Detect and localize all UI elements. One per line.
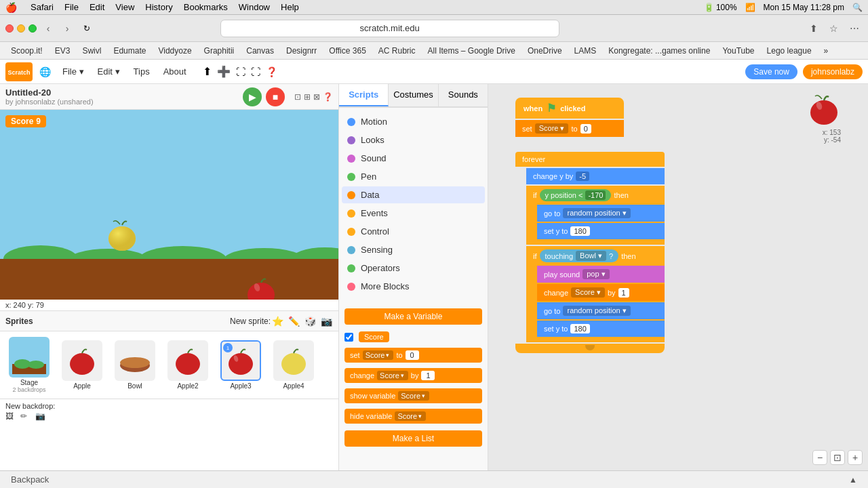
bookmark-googledrive[interactable]: All Items – Google Drive [422,45,521,57]
sprite-item-apple2[interactable]: Apple2 [164,340,212,390]
stop-button[interactable]: ■ [266,87,285,106]
bookmarks-menu[interactable]: Bookmarks [184,2,228,12]
sprite-item-bowl[interactable]: Bowl [111,340,159,390]
category-sensing[interactable]: Sensing [342,241,485,258]
safari-menu[interactable]: Safari [31,2,54,12]
set-y-value-2[interactable]: 180 [570,324,589,333]
set-score-to-0-block[interactable]: set Score ▾ to 0 [515,120,624,137]
y-threshold[interactable]: -170 [585,190,606,200]
history-menu[interactable]: History [145,2,172,12]
category-events[interactable]: Events [342,205,485,222]
edit-menu[interactable]: Edit [90,2,104,12]
backpack-bar[interactable]: Backpack ▲ [0,470,868,488]
show-variable-block[interactable]: show variable Score [344,388,482,403]
make-list-button[interactable]: Make a List [344,430,482,447]
edit-dropdown[interactable]: Edit ▾ [92,64,125,79]
set-to-value[interactable]: 0 [580,124,591,134]
bookmark-legoleague[interactable]: Lego league [762,45,817,57]
stage-help-icon[interactable]: ❓ [323,92,333,102]
close-button[interactable] [5,24,14,33]
backdrop-paint-icon[interactable]: ✏ [20,411,33,424]
backdrop-from-library-icon[interactable]: 🖼 [5,411,18,424]
set-score-block[interactable]: set Score to 0 [344,348,482,363]
bookmark-canvas[interactable]: Canvas [241,45,279,57]
bookmark-office365[interactable]: Office 365 [323,45,371,57]
tab-costumes[interactable]: Costumes [389,84,438,106]
stage-full-icon[interactable]: ⊞ [304,92,311,102]
sprite-item-stage[interactable]: Stage 2 backdrops [5,337,53,393]
sprite-draw-icon[interactable]: ✏️ [287,314,300,328]
set-y-to-180-1-block[interactable]: set y to 180 [537,223,665,239]
language-button[interactable]: 🌐 [38,65,52,79]
bookmark-graphitii[interactable]: Graphitii [199,45,240,57]
zoom-in-button[interactable]: + [848,450,863,465]
bookmark-scooptt[interactable]: Scoop.it! [5,45,48,57]
view-menu[interactable]: View [115,2,134,12]
set-var-dropdown[interactable]: Score [363,350,394,360]
about-link[interactable]: About [158,64,192,79]
random-position-dropdown-2[interactable]: random position ▾ [563,306,630,316]
stage-small-icon[interactable]: ⊡ [294,92,301,102]
change-var-dropdown[interactable]: Score [377,371,408,380]
scripts-canvas[interactable]: x: 153 y: -54 when ⚑ clicked set Score ▾… [488,84,868,470]
hat-when-clicked[interactable]: when ⚑ clicked [515,98,624,119]
category-operators[interactable]: Operators [342,260,485,277]
if-condition-2-header[interactable]: if touching Bowl ▾ ? then [526,246,665,266]
tab-scripts[interactable]: Scripts [339,84,389,106]
show-var-dropdown[interactable]: Score [398,391,429,401]
category-control[interactable]: Control [342,223,485,240]
change-score-block[interactable]: change Score by 1 [344,368,482,383]
if-condition-1-header[interactable]: if y position < -170 then [526,186,665,205]
go-to-random-2-block[interactable]: go to random position ▾ [537,302,665,319]
change-score-dropdown[interactable]: Score ▾ [571,287,605,298]
stage-presentation-icon[interactable]: ⊠ [313,92,320,102]
change-y-value[interactable]: -5 [576,171,589,181]
score-variable-badge[interactable]: Score [359,331,389,342]
bookmark-viddyoze[interactable]: Viddyoze [153,45,197,57]
set-value[interactable]: 0 [406,350,419,360]
zoom-out-button[interactable]: − [812,450,827,465]
category-more-blocks[interactable]: More Blocks [342,278,485,295]
show-var-block[interactable]: show variable Score [344,388,482,403]
bookmark-kongregate[interactable]: Kongregate: ...games online [603,45,715,57]
make-variable-button[interactable]: Make a Variable [344,308,482,325]
minimize-button[interactable] [17,24,25,33]
window-menu[interactable]: Window [239,2,270,12]
change-score-value[interactable]: 1 [618,288,629,298]
bookmark-acrubric[interactable]: AC Rubric [373,45,421,57]
category-data[interactable]: Data [342,186,485,203]
bookmark-more[interactable]: » [818,45,834,57]
sprite-item-apple4[interactable]: Apple4 [270,340,317,390]
tips-link[interactable]: Tips [128,64,155,79]
apple-yellow-sprite[interactable] [105,215,139,252]
score-checkbox[interactable] [344,333,353,342]
sprite-surprise-icon[interactable]: 🎲 [303,314,317,328]
file-menu[interactable]: File [64,2,79,12]
maximize-button[interactable] [28,24,37,33]
forever-block[interactable]: forever [515,152,665,167]
bookmark-swivl[interactable]: Swivl [77,45,106,57]
bookmark-youtube[interactable]: YouTube [717,45,760,57]
set-y-value-1[interactable]: 180 [570,226,589,236]
random-position-dropdown-1[interactable]: random position ▾ [563,208,630,218]
share-button[interactable]: ⬆ [806,20,822,37]
set-block[interactable]: set Score to 0 [344,348,482,363]
category-pen[interactable]: Pen [342,168,485,185]
sound-dropdown[interactable]: pop ▾ [583,269,609,279]
save-now-button[interactable]: Save now [745,64,797,79]
project-name[interactable]: Untitled-20 [5,87,239,98]
bookmark-edumate[interactable]: Edumate [108,45,151,57]
sprite-item-apple[interactable]: Apple [58,340,106,390]
hide-variable-block[interactable]: hide variable Score [344,409,482,424]
y-position-condition[interactable]: y position < -170 [540,189,612,201]
fullscreen-icon[interactable]: ⛶ [236,66,245,77]
apple-menu[interactable]: 🍎 [5,2,17,13]
share-icon[interactable]: ⛶ [251,66,260,77]
help-menu[interactable]: Help [281,2,299,12]
change-score-block[interactable]: change Score ▾ by 1 [537,284,665,301]
set-y-to-180-2-block[interactable]: set y to 180 [537,321,665,337]
green-flag-button[interactable]: ▶ [243,87,262,106]
play-sound-block[interactable]: play sound pop ▾ [537,266,665,283]
add-sprite-icon[interactable]: ➕ [217,65,231,78]
user-button[interactable]: johnsonlabz [803,64,863,79]
